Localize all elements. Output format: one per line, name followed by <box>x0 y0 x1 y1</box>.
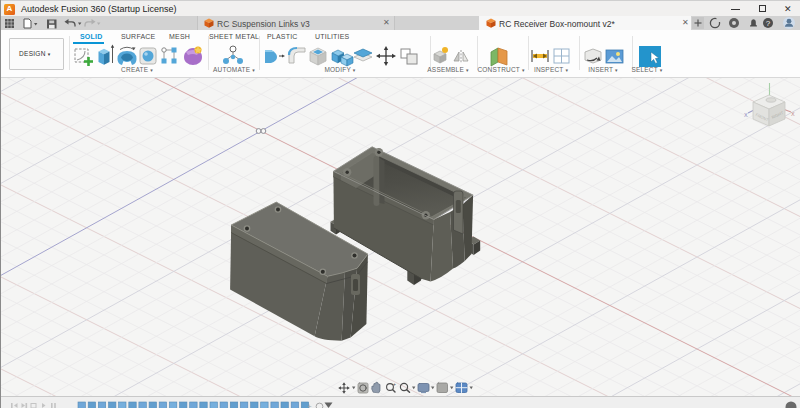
svg-text:X: X <box>744 112 748 118</box>
svg-text:?: ? <box>766 19 771 28</box>
svg-text:X: X <box>791 111 795 117</box>
svg-text:+: + <box>393 381 396 387</box>
